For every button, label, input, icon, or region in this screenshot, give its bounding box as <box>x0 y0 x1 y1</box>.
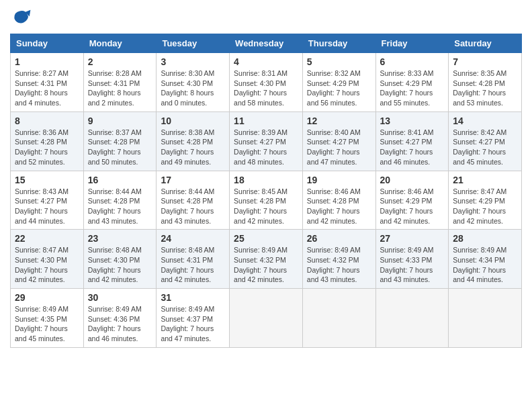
day-number: 27 <box>380 233 445 244</box>
day-number: 13 <box>380 116 445 126</box>
day-info: Sunrise: 8:49 AMSunset: 4:37 PMDaylight:… <box>161 304 225 344</box>
day-cell-8: 8Sunrise: 8:36 AMSunset: 4:28 PMDaylight… <box>11 111 84 171</box>
day-number: 21 <box>453 175 517 185</box>
header-tuesday: Tuesday <box>157 34 230 53</box>
day-cell-1: 1Sunrise: 8:27 AMSunset: 4:31 PMDaylight… <box>11 53 84 112</box>
week-row-2: 8Sunrise: 8:36 AMSunset: 4:28 PMDaylight… <box>11 111 522 171</box>
day-info: Sunrise: 8:46 AMSunset: 4:29 PMDaylight:… <box>380 187 445 226</box>
day-cell-25: 25Sunrise: 8:49 AMSunset: 4:32 PMDayligh… <box>230 230 303 289</box>
day-cell-21: 21Sunrise: 8:47 AMSunset: 4:29 PMDayligh… <box>449 171 522 230</box>
day-number: 25 <box>234 233 298 244</box>
day-number: 26 <box>307 233 371 244</box>
day-info: Sunrise: 8:47 AMSunset: 4:29 PMDaylight:… <box>453 187 517 226</box>
header-sunday: Sunday <box>11 34 84 53</box>
header-wednesday: Wednesday <box>230 34 303 53</box>
day-info: Sunrise: 8:49 AMSunset: 4:34 PMDaylight:… <box>453 245 517 285</box>
day-cell-2: 2Sunrise: 8:28 AMSunset: 4:31 PMDaylight… <box>83 53 157 112</box>
day-number: 29 <box>15 292 79 303</box>
day-info: Sunrise: 8:44 AMSunset: 4:28 PMDaylight:… <box>161 187 225 226</box>
day-number: 24 <box>161 233 225 244</box>
day-number: 4 <box>234 56 298 67</box>
day-cell-4: 4Sunrise: 8:31 AMSunset: 4:30 PMDaylight… <box>230 53 303 112</box>
day-info: Sunrise: 8:42 AMSunset: 4:27 PMDaylight:… <box>453 128 517 167</box>
day-number: 28 <box>453 233 517 244</box>
day-number: 1 <box>15 56 79 67</box>
day-info: Sunrise: 8:49 AMSunset: 4:33 PMDaylight:… <box>380 245 445 285</box>
week-row-4: 22Sunrise: 8:47 AMSunset: 4:30 PMDayligh… <box>11 230 522 289</box>
day-number: 20 <box>380 175 445 185</box>
empty-cell <box>375 289 449 348</box>
day-number: 5 <box>307 56 371 67</box>
logo-icon <box>10 7 32 28</box>
day-cell-7: 7Sunrise: 8:35 AMSunset: 4:28 PMDaylight… <box>449 53 522 112</box>
day-number: 14 <box>453 116 517 126</box>
day-cell-24: 24Sunrise: 8:48 AMSunset: 4:31 PMDayligh… <box>157 230 230 289</box>
day-info: Sunrise: 8:32 AMSunset: 4:29 PMDaylight:… <box>307 68 371 108</box>
day-number: 12 <box>307 116 371 126</box>
day-cell-17: 17Sunrise: 8:44 AMSunset: 4:28 PMDayligh… <box>157 171 230 230</box>
empty-cell <box>449 289 522 348</box>
day-number: 8 <box>15 116 79 126</box>
day-info: Sunrise: 8:31 AMSunset: 4:30 PMDaylight:… <box>234 68 298 108</box>
day-number: 19 <box>307 175 371 185</box>
day-cell-29: 29Sunrise: 8:49 AMSunset: 4:35 PMDayligh… <box>11 289 84 348</box>
day-number: 17 <box>161 175 225 185</box>
day-cell-18: 18Sunrise: 8:45 AMSunset: 4:28 PMDayligh… <box>230 171 303 230</box>
day-number: 22 <box>15 233 79 244</box>
page-header <box>10 7 522 28</box>
calendar-table: SundayMondayTuesdayWednesdayThursdayFrid… <box>10 34 522 348</box>
day-cell-27: 27Sunrise: 8:49 AMSunset: 4:33 PMDayligh… <box>375 230 449 289</box>
day-info: Sunrise: 8:27 AMSunset: 4:31 PMDaylight:… <box>15 68 79 108</box>
day-info: Sunrise: 8:35 AMSunset: 4:28 PMDaylight:… <box>453 68 517 108</box>
day-cell-31: 31Sunrise: 8:49 AMSunset: 4:37 PMDayligh… <box>157 289 230 348</box>
day-number: 23 <box>88 233 152 244</box>
empty-cell <box>230 289 303 348</box>
day-info: Sunrise: 8:44 AMSunset: 4:28 PMDaylight:… <box>88 187 152 226</box>
day-info: Sunrise: 8:28 AMSunset: 4:31 PMDaylight:… <box>88 68 152 108</box>
day-info: Sunrise: 8:45 AMSunset: 4:28 PMDaylight:… <box>234 187 298 226</box>
day-cell-11: 11Sunrise: 8:39 AMSunset: 4:27 PMDayligh… <box>230 111 303 171</box>
day-info: Sunrise: 8:46 AMSunset: 4:28 PMDaylight:… <box>307 187 371 226</box>
day-info: Sunrise: 8:40 AMSunset: 4:27 PMDaylight:… <box>307 128 371 167</box>
day-cell-19: 19Sunrise: 8:46 AMSunset: 4:28 PMDayligh… <box>302 171 375 230</box>
header-saturday: Saturday <box>449 34 522 53</box>
day-number: 9 <box>88 116 152 126</box>
day-number: 6 <box>380 56 445 67</box>
day-cell-6: 6Sunrise: 8:33 AMSunset: 4:29 PMDaylight… <box>375 53 449 112</box>
week-row-5: 29Sunrise: 8:49 AMSunset: 4:35 PMDayligh… <box>11 289 522 348</box>
day-cell-15: 15Sunrise: 8:43 AMSunset: 4:27 PMDayligh… <box>11 171 84 230</box>
day-info: Sunrise: 8:43 AMSunset: 4:27 PMDaylight:… <box>15 187 79 226</box>
day-cell-26: 26Sunrise: 8:49 AMSunset: 4:32 PMDayligh… <box>302 230 375 289</box>
day-info: Sunrise: 8:49 AMSunset: 4:32 PMDaylight:… <box>307 245 371 285</box>
day-cell-28: 28Sunrise: 8:49 AMSunset: 4:34 PMDayligh… <box>449 230 522 289</box>
day-info: Sunrise: 8:38 AMSunset: 4:28 PMDaylight:… <box>161 128 225 167</box>
day-cell-12: 12Sunrise: 8:40 AMSunset: 4:27 PMDayligh… <box>302 111 375 171</box>
day-info: Sunrise: 8:48 AMSunset: 4:31 PMDaylight:… <box>161 245 225 285</box>
day-info: Sunrise: 8:49 AMSunset: 4:35 PMDaylight:… <box>15 304 79 344</box>
calendar-header-row: SundayMondayTuesdayWednesdayThursdayFrid… <box>11 34 522 53</box>
day-number: 30 <box>88 292 152 303</box>
day-number: 18 <box>234 175 298 185</box>
day-number: 16 <box>88 175 152 185</box>
day-cell-3: 3Sunrise: 8:30 AMSunset: 4:30 PMDaylight… <box>157 53 230 112</box>
day-number: 11 <box>234 116 298 126</box>
day-number: 10 <box>161 116 225 126</box>
day-info: Sunrise: 8:37 AMSunset: 4:28 PMDaylight:… <box>88 128 152 167</box>
empty-cell <box>302 289 375 348</box>
day-info: Sunrise: 8:49 AMSunset: 4:36 PMDaylight:… <box>88 304 152 344</box>
week-row-1: 1Sunrise: 8:27 AMSunset: 4:31 PMDaylight… <box>11 53 522 112</box>
day-info: Sunrise: 8:49 AMSunset: 4:32 PMDaylight:… <box>234 245 298 285</box>
header-thursday: Thursday <box>302 34 375 53</box>
day-info: Sunrise: 8:41 AMSunset: 4:27 PMDaylight:… <box>380 128 445 167</box>
day-number: 2 <box>88 56 152 67</box>
header-monday: Monday <box>83 34 157 53</box>
day-info: Sunrise: 8:30 AMSunset: 4:30 PMDaylight:… <box>161 68 225 108</box>
day-info: Sunrise: 8:36 AMSunset: 4:28 PMDaylight:… <box>15 128 79 167</box>
day-info: Sunrise: 8:39 AMSunset: 4:27 PMDaylight:… <box>234 128 298 167</box>
day-number: 7 <box>453 56 517 67</box>
day-cell-30: 30Sunrise: 8:49 AMSunset: 4:36 PMDayligh… <box>83 289 157 348</box>
day-info: Sunrise: 8:47 AMSunset: 4:30 PMDaylight:… <box>15 245 79 285</box>
header-friday: Friday <box>375 34 449 53</box>
day-number: 31 <box>161 292 225 303</box>
logo <box>10 7 34 28</box>
